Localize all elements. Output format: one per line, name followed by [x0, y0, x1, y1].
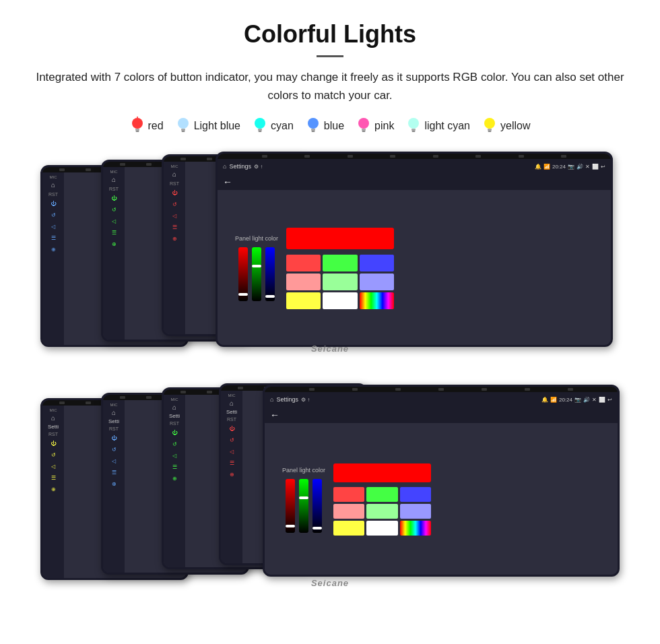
color-label-lightcyan: light cyan	[424, 120, 470, 132]
svg-rect-12	[259, 131, 262, 132]
color-label-lightblue: Light blue	[194, 120, 240, 132]
svg-point-9	[255, 118, 265, 129]
svg-point-13	[308, 118, 319, 129]
svg-rect-28	[488, 131, 492, 132]
color-label-yellow: yellow	[500, 120, 530, 132]
color-label-blue: blue	[324, 120, 344, 132]
top-device-group: MIC ⌂ RST ⏻ ↺ ◁ ☰ ⊕ ←	[27, 152, 633, 360]
bulb-icon-lightcyan	[406, 117, 421, 135]
top-device-stack: MIC ⌂ RST ⏻ ↺ ◁ ☰ ⊕ ←	[40, 152, 620, 357]
svg-rect-2	[135, 129, 139, 131]
bulb-icon-lightblue	[176, 117, 191, 135]
color-indicators-row: red Light blue cyan	[27, 117, 633, 135]
description-text: Integrated with 7 colors of button indic…	[27, 68, 633, 104]
time-display-top: 20:24	[552, 164, 566, 170]
top-main-screen: ⌂ Settings ⚙ ↑ 🔔📶20:24📷🔊✕⬜↩ ←	[216, 152, 613, 347]
svg-point-21	[408, 118, 419, 129]
color-item-lightcyan: light cyan	[406, 117, 470, 135]
svg-rect-23	[411, 129, 416, 131]
bulb-icon-pink	[356, 117, 371, 135]
color-label-cyan: cyan	[271, 120, 294, 132]
settings-label-top: Settings	[229, 163, 251, 170]
panel-light-color-label-bot: Panel light color	[282, 467, 325, 474]
bulb-icon-cyan	[253, 117, 267, 135]
bulb-icon-blue	[306, 117, 321, 135]
svg-point-5	[178, 118, 189, 129]
page-container: Colorful Lights Integrated with 7 colors…	[0, 0, 660, 619]
svg-rect-16	[311, 131, 315, 132]
bulb-icon-yellow	[482, 117, 497, 135]
svg-rect-8	[181, 131, 185, 132]
title-divider	[317, 55, 343, 57]
color-item-pink: pink	[356, 117, 394, 135]
svg-point-0	[132, 118, 143, 129]
watermark-bottom: Seicane	[311, 578, 349, 588]
color-item-yellow: yellow	[482, 117, 530, 135]
bottom-device-group: MIC ⌂ Setti RST ⏻ ↺ ◁ ☰ ⊕ ←	[27, 385, 633, 600]
color-label-red: red	[148, 120, 164, 132]
svg-rect-27	[488, 129, 492, 131]
svg-rect-7	[181, 129, 185, 131]
svg-point-17	[358, 118, 369, 129]
svg-rect-15	[311, 129, 315, 131]
color-item-cyan: cyan	[253, 117, 294, 135]
bottom-device-stack: MIC ⌂ Setti RST ⏻ ↺ ◁ ☰ ⊕ ←	[40, 385, 620, 590]
watermark-top: Seicane	[311, 344, 349, 354]
color-label-pink: pink	[374, 120, 394, 132]
svg-rect-24	[412, 131, 416, 132]
svg-rect-3	[135, 131, 139, 132]
page-title: Colorful Lights	[27, 20, 633, 49]
title-section: Colorful Lights Integrated with 7 colors…	[27, 20, 633, 104]
color-item-blue: blue	[306, 117, 344, 135]
svg-point-25	[484, 118, 495, 129]
settings-label-bot: Settings	[276, 396, 298, 403]
color-item-red: red	[130, 117, 164, 135]
bot-main-screen: ⌂ Settings ⚙ ↑ 🔔📶20:24📷🔊✕⬜↩ ←	[263, 385, 620, 577]
color-item-lightblue: Light blue	[176, 117, 240, 135]
bulb-icon-red	[130, 117, 145, 135]
devices-section: MIC ⌂ RST ⏻ ↺ ◁ ☰ ⊕ ←	[27, 152, 633, 606]
time-display-bot: 20:24	[559, 397, 572, 403]
panel-light-color-label: Panel light color	[235, 235, 278, 242]
svg-rect-11	[258, 129, 262, 131]
svg-rect-19	[362, 129, 366, 131]
svg-rect-20	[362, 131, 366, 132]
